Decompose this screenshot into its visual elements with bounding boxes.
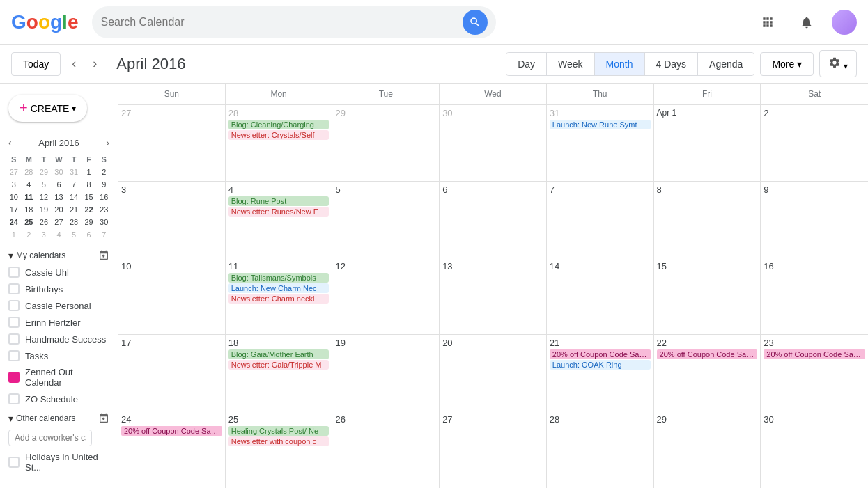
calendar-checkbox[interactable] — [8, 350, 20, 361]
mini-cal-day[interactable]: 21 — [67, 204, 81, 215]
mini-cal-day[interactable]: 11 — [22, 191, 36, 203]
mini-cal-day[interactable]: 13 — [52, 191, 66, 203]
event-coupon-sale[interactable]: 20% off Coupon Code Sale for Newsletter … — [121, 426, 222, 436]
cal-cell-mar28[interactable]: 28 Blog: Cleaning/Charging Newsletter: C… — [226, 105, 333, 181]
event[interactable]: Launch: New Charm Nec — [228, 283, 330, 293]
view-week-button[interactable]: Week — [547, 53, 595, 75]
add-coworker-input[interactable] — [8, 430, 92, 446]
event[interactable]: Blog: Cleaning/Charging — [228, 120, 330, 129]
cal-cell-apr9[interactable]: 9 — [761, 182, 868, 258]
cal-cell-apr7[interactable]: 7 — [547, 182, 654, 258]
search-button[interactable] — [463, 10, 488, 35]
calendar-checkbox[interactable] — [8, 300, 20, 311]
event[interactable]: Blog: Talismans/Symbols — [228, 273, 330, 283]
mini-cal-day[interactable]: 29 — [82, 217, 96, 228]
cal-cell-apr4[interactable]: 4 Blog: Rune Post Newsletter: Runes/New … — [226, 182, 333, 258]
view-agenda-button[interactable]: Agenda — [698, 53, 754, 75]
mini-cal-day[interactable]: 8 — [82, 179, 96, 190]
cal-cell-apr26[interactable]: 26 — [332, 411, 440, 488]
mini-cal-day[interactable]: 4 — [22, 179, 36, 190]
mini-cal-day[interactable]: 25 — [22, 217, 36, 228]
cal-cell-apr29[interactable]: 29 — [654, 411, 761, 488]
mini-cal-day[interactable]: 22 — [82, 204, 96, 215]
create-button[interactable]: + CREATE ▾ — [8, 95, 87, 122]
cal-cell-apr22[interactable]: 22 20% off Coupon Code Sale for Newslett… — [654, 335, 761, 411]
cal-cell-apr13[interactable]: 13 — [440, 258, 547, 334]
calendar-item-birthdays[interactable]: Birthdays — [0, 281, 118, 297]
mini-cal-day[interactable]: 5 — [67, 229, 81, 240]
cal-cell-apr6[interactable]: 6 — [440, 182, 547, 258]
mini-cal-day[interactable]: 2 — [97, 166, 111, 178]
view-4days-button[interactable]: 4 Days — [645, 53, 699, 75]
cal-cell-apr25[interactable]: 25 Healing Crystals Post/ Ne Newsletter … — [226, 411, 333, 488]
mini-cal-day[interactable]: 6 — [52, 179, 66, 190]
mini-cal-day[interactable]: 3 — [7, 179, 21, 190]
view-day-button[interactable]: Day — [506, 53, 547, 75]
mini-cal-day[interactable]: 16 — [97, 191, 111, 203]
mini-cal-day[interactable]: 9 — [97, 179, 111, 190]
apps-button[interactable] — [754, 8, 782, 36]
cal-cell-apr11[interactable]: 11 Blog: Talismans/Symbols Launch: New C… — [226, 258, 333, 334]
calendar-item-handmade[interactable]: Handmade Success — [0, 331, 118, 347]
mini-cal-day[interactable]: 2 — [22, 229, 36, 240]
event[interactable]: Launch: New Rune Symt — [550, 120, 651, 129]
mini-cal-day[interactable]: 7 — [97, 229, 111, 240]
mini-cal-prev[interactable]: ‹ — [6, 136, 15, 150]
search-input[interactable] — [100, 16, 463, 29]
cal-cell-apr14[interactable]: 14 — [547, 258, 654, 334]
prev-month-button[interactable]: ‹ — [66, 51, 82, 77]
view-month-button[interactable]: Month — [595, 53, 645, 75]
add-other-calendar-icon[interactable] — [98, 413, 109, 424]
mini-cal-next[interactable]: › — [103, 136, 112, 150]
event-coupon-sale[interactable]: 20% off Coupon Code Sale for Newsletter … — [764, 349, 865, 359]
mini-cal-day[interactable]: 3 — [37, 229, 51, 240]
cal-cell-apr16[interactable]: 16 — [761, 258, 868, 334]
calendar-checkbox[interactable] — [8, 267, 20, 278]
mini-cal-day[interactable]: 28 — [67, 217, 81, 228]
calendar-checkbox[interactable] — [8, 457, 20, 468]
cal-cell-mar30[interactable]: 30 — [440, 105, 547, 181]
cal-cell-apr18[interactable]: 18 Blog: Gaia/Mother Earth Newsletter: G… — [226, 335, 333, 411]
event[interactable]: Newsletter: Crystals/Self — [228, 130, 330, 140]
event[interactable]: Newsletter: Charm neckl — [228, 294, 330, 304]
event-coupon-sale[interactable]: 20% off Coupon Code Sale for Newsletter … — [657, 349, 758, 359]
cal-cell-apr3[interactable]: 3 — [118, 182, 226, 258]
settings-button[interactable]: ▾ — [819, 50, 857, 77]
mini-cal-day[interactable]: 12 — [37, 191, 51, 203]
calendar-item-holidays[interactable]: Holidays in United St... — [0, 449, 118, 475]
mini-cal-day[interactable]: 18 — [22, 204, 36, 215]
calendar-item-cassie-uhl[interactable]: Cassie Uhl — [0, 264, 118, 281]
event-coupon-sale[interactable]: 20% off Coupon Code Sale for Newsletter … — [550, 349, 651, 359]
mini-cal-day[interactable]: 10 — [7, 191, 21, 203]
event[interactable]: Blog: Rune Post — [228, 196, 330, 206]
notifications-button[interactable] — [793, 8, 821, 36]
mini-cal-day[interactable]: 1 — [82, 166, 96, 178]
today-button[interactable]: Today — [11, 52, 61, 76]
cal-cell-mar27[interactable]: 27 — [118, 105, 226, 181]
mini-cal-day[interactable]: 5 — [37, 179, 51, 190]
calendar-checkbox[interactable] — [8, 333, 20, 345]
calendar-item-tasks[interactable]: Tasks — [0, 347, 118, 364]
calendar-item-cassie-personal[interactable]: Cassie Personal — [0, 297, 118, 314]
more-button[interactable]: More ▾ — [760, 52, 814, 76]
next-month-button[interactable]: › — [87, 51, 102, 77]
mini-cal-day[interactable]: 7 — [67, 179, 81, 190]
avatar[interactable] — [832, 10, 857, 35]
calendar-checkbox[interactable] — [8, 283, 20, 294]
cal-cell-apr28[interactable]: 28 — [547, 411, 654, 488]
calendar-checkbox-zenned[interactable] — [8, 372, 20, 383]
mini-cal-day[interactable]: 27 — [7, 166, 21, 178]
calendar-checkbox[interactable] — [8, 317, 20, 328]
mini-cal-day[interactable]: 14 — [67, 191, 81, 203]
cal-cell-apr21[interactable]: 21 20% off Coupon Code Sale for Newslett… — [547, 335, 654, 411]
mini-cal-day[interactable]: 1 — [7, 229, 21, 240]
calendar-checkbox[interactable] — [8, 393, 20, 404]
cal-cell-mar29[interactable]: 29 — [332, 105, 440, 181]
mini-cal-day[interactable]: 15 — [82, 191, 96, 203]
mini-cal-day[interactable]: 29 — [37, 166, 51, 178]
mini-cal-day[interactable]: 6 — [82, 229, 96, 240]
mini-cal-day[interactable]: 19 — [37, 204, 51, 215]
cal-cell-mar31[interactable]: 31 Launch: New Rune Symt — [547, 105, 654, 181]
event[interactable]: Newsletter with coupon c — [228, 436, 330, 446]
other-calendars-section[interactable]: ▾ Other calendars — [0, 407, 118, 427]
